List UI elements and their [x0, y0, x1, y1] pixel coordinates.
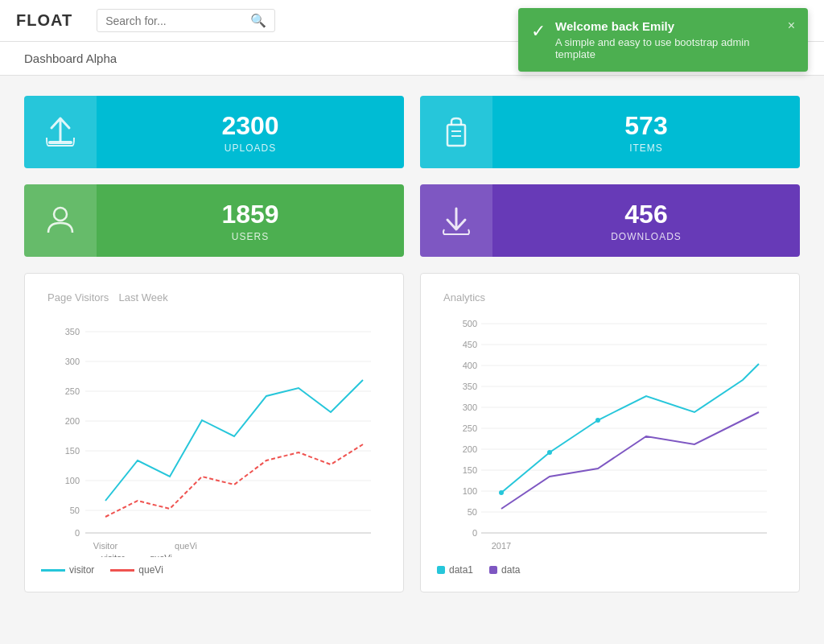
svg-text:queVi: queVi [150, 553, 172, 557]
toast-message: A simple and easy to use bootstrap admin… [555, 36, 778, 60]
svg-text:250: 250 [65, 386, 80, 396]
legend-data1: data1 [437, 564, 473, 576]
main-content: 2300 UPLOADS 573 ITEMS [0, 76, 824, 613]
downloads-number: 456 [624, 200, 667, 229]
users-data: 1859 USERS [97, 184, 404, 257]
uploads-number: 2300 [221, 111, 278, 141]
toast-check-icon: ✓ [531, 21, 546, 42]
svg-text:50: 50 [468, 507, 477, 517]
svg-text:300: 300 [463, 402, 477, 412]
page-visitors-title: Page Visitors Last Week [41, 290, 387, 303]
legend-data1-box [437, 566, 445, 574]
svg-text:150: 150 [65, 446, 80, 456]
toast-notification: ✓ Welcome back Emily A simple and easy t… [518, 8, 808, 72]
analytics-svg: 500 450 400 350 300 250 200 150 100 50 0… [437, 316, 783, 557]
legend-quevi-label: queVi [138, 564, 163, 576]
downloads-data: 456 DOWNLOADS [492, 184, 800, 257]
toast-body: Welcome back Emily A simple and easy to … [555, 19, 778, 60]
stat-card-users: 1859 USERS [24, 184, 404, 257]
analytics-chart: Analytics 500 450 400 350 300 [420, 273, 800, 592]
charts-row: Page Visitors Last Week 350 300 250 200 … [24, 273, 800, 592]
downloads-icon-area [420, 184, 492, 257]
svg-text:450: 450 [463, 340, 477, 349]
svg-text:250: 250 [463, 423, 477, 433]
svg-text:300: 300 [65, 357, 80, 366]
page-visitors-chart: Page Visitors Last Week 350 300 250 200 … [24, 273, 404, 592]
svg-text:100: 100 [65, 476, 80, 485]
legend-quevi-line [110, 569, 134, 572]
svg-rect-0 [48, 141, 72, 144]
users-icon [40, 200, 80, 241]
search-icon: 🔍 [250, 14, 266, 27]
page-visitors-svg: 350 300 250 200 150 100 50 0 Visitor que… [41, 316, 387, 557]
items-label: ITEMS [629, 142, 663, 154]
svg-point-4 [54, 208, 67, 221]
legend-data2-label: data [501, 564, 520, 576]
legend-visitor: visitor [41, 564, 94, 576]
items-number: 573 [624, 111, 667, 141]
search-box: 🔍 [97, 9, 275, 32]
items-data: 573 ITEMS [492, 96, 800, 168]
analytics-title: Analytics [437, 290, 783, 303]
legend-data2-box [489, 566, 497, 574]
legend-data1-label: data1 [449, 564, 473, 576]
breadcrumb-label: Dashboard Alpha [24, 52, 117, 65]
toast-title: Welcome back Emily [555, 19, 778, 33]
items-icon [436, 112, 476, 152]
users-icon-area [24, 184, 97, 257]
svg-text:200: 200 [463, 444, 477, 454]
svg-point-54 [595, 418, 600, 423]
toast-close-button[interactable]: × [788, 19, 795, 32]
analytics-legend: data1 data [437, 564, 783, 576]
items-icon-area [420, 96, 492, 168]
legend-quevi: queVi [110, 564, 163, 576]
svg-text:100: 100 [463, 486, 477, 496]
svg-text:350: 350 [463, 382, 477, 391]
downloads-icon [436, 200, 476, 241]
brand-logo: FLOAT [16, 11, 72, 30]
svg-point-53 [547, 450, 552, 455]
uploads-label: UPLOADS [225, 142, 276, 154]
visitors-line [105, 380, 363, 501]
users-label: USERS [232, 231, 269, 242]
stats-row-1: 2300 UPLOADS 573 ITEMS [24, 96, 800, 168]
svg-text:400: 400 [463, 361, 477, 370]
search-input[interactable] [105, 14, 250, 27]
svg-point-52 [499, 490, 504, 495]
svg-text:2017: 2017 [492, 541, 511, 551]
svg-text:Visitor: Visitor [93, 541, 118, 551]
svg-text:200: 200 [65, 416, 80, 426]
svg-text:0: 0 [472, 528, 477, 538]
svg-text:queVi: queVi [175, 541, 197, 551]
svg-text:0: 0 [75, 528, 80, 538]
stat-card-items: 573 ITEMS [420, 96, 800, 168]
stat-card-uploads: 2300 UPLOADS [24, 96, 404, 168]
svg-text:500: 500 [463, 319, 477, 328]
svg-text:50: 50 [70, 506, 80, 515]
legend-visitor-label: visitor [69, 564, 94, 576]
uploads-icon-area [24, 96, 97, 168]
users-number: 1859 [221, 200, 278, 229]
svg-text:350: 350 [65, 327, 80, 336]
svg-text:visitor: visitor [101, 553, 125, 557]
stats-row-2: 1859 USERS 456 DOWNLOADS [24, 184, 800, 257]
legend-visitor-line [41, 569, 65, 572]
pv-legend: visitor queVi [41, 564, 387, 576]
uploads-data: 2300 UPLOADS [97, 96, 404, 168]
stat-card-downloads: 456 DOWNLOADS [420, 184, 800, 257]
svg-text:150: 150 [463, 465, 477, 475]
legend-data2: data [489, 564, 520, 576]
search-button[interactable]: 🔍 [250, 13, 266, 28]
upload-icon [40, 112, 80, 152]
downloads-label: DOWNLOADS [611, 231, 682, 242]
